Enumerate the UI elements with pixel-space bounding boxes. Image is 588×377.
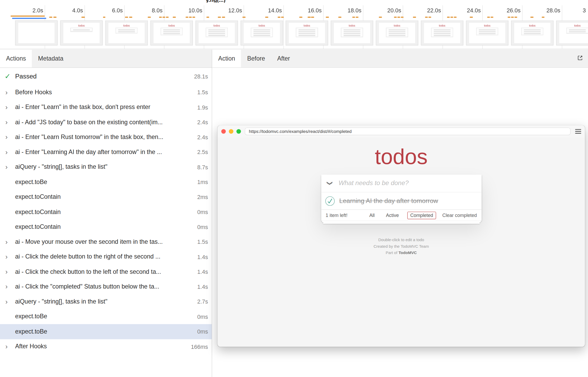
timeline-thumbnail[interactable]: todos (421, 21, 463, 46)
chevron-right-icon[interactable]: › (5, 283, 15, 290)
thumbnail-todos-title: todos (63, 24, 100, 27)
action-label: ai - Enter "Learning AI the day after to… (15, 149, 193, 156)
action-row[interactable]: ›ai - Move your mouse over the second it… (0, 234, 212, 249)
thumbnail-todos-title: todos (153, 24, 190, 27)
chevron-right-icon[interactable]: › (5, 119, 15, 126)
chevron-right-icon[interactable]: › (5, 164, 15, 171)
action-row[interactable]: expect.toContain2ms (0, 190, 212, 205)
timeline-thumbnail[interactable]: todos (150, 21, 193, 46)
todo-app-card: ❯ What needs to be done? Learning AI the… (321, 175, 481, 221)
timeline-thumbnail[interactable]: todos (286, 21, 328, 46)
action-row[interactable]: expect.toBe0ms (0, 309, 212, 324)
timeline-tick-label: 10.0s (180, 7, 202, 13)
thumbnail-text-line (524, 31, 541, 32)
thumbnail-todo-card (341, 28, 363, 37)
chevron-right-icon[interactable]: › (5, 343, 15, 350)
action-row[interactable]: ›Before Hooks1.5s (0, 85, 212, 100)
timeline-filmstrip[interactable]: todostodostodostodostodostodostodostodos… (15, 21, 588, 46)
clear-completed-button[interactable]: Clear completed (442, 213, 477, 218)
todo-completed-checkbox-icon[interactable] (325, 196, 335, 206)
action-row[interactable]: ›ai - Add "JS today" to base on the exis… (0, 115, 212, 130)
action-duration: 2ms (197, 194, 208, 200)
action-row[interactable]: ›aiQuery - "string[], tasks in the list"… (0, 160, 212, 175)
action-row[interactable]: ›ai - Click the "completed" Status butto… (0, 279, 212, 294)
timeline-thumbnail[interactable]: todos (556, 21, 588, 46)
thumbnail-todos-title: todos (469, 24, 505, 27)
action-duration: 0ms (197, 328, 208, 335)
action-row[interactable]: ›aiQuery - "string[], tasks in the list"… (0, 294, 212, 309)
action-row[interactable]: ›ai - Enter "Learning AI the day after t… (0, 145, 212, 160)
action-row[interactable]: ›ai - Click the check button to the left… (0, 264, 212, 279)
filter-active[interactable]: Active (383, 211, 402, 219)
thumbnail-todo-card (70, 28, 92, 31)
timeline-thumbnail[interactable]: todos (60, 21, 103, 46)
timeline-thumbnail[interactable]: todos (241, 21, 283, 46)
todos-heading: todos (217, 143, 585, 170)
action-row[interactable]: ›ai - Enter "Learn Rust tomorrow" in the… (0, 130, 212, 145)
timeline-tick-label: 8.0s (141, 7, 163, 13)
action-label: expect.toContain (15, 224, 193, 230)
maximize-window-icon[interactable] (236, 129, 241, 133)
chevron-right-icon[interactable]: › (5, 104, 15, 111)
action-label: ai - Click the "completed" Status button… (15, 283, 193, 290)
thumbnail-page: todos (424, 22, 461, 44)
tab-metadata[interactable]: Metadata (32, 49, 69, 67)
thumbnail-text-line (389, 33, 405, 34)
action-duration: 2.5s (197, 149, 208, 155)
timeline-tick-label: 2.0s (21, 7, 43, 13)
chevron-right-icon[interactable]: › (5, 298, 15, 305)
tab-action[interactable]: Action (212, 49, 241, 67)
timeline-thumbnail[interactable]: todos (331, 21, 373, 46)
chevron-right-icon[interactable]: › (5, 268, 15, 275)
action-row[interactable]: ›ai - Enter "Learn" in the task box, don… (0, 100, 212, 115)
tab-after[interactable]: After (271, 49, 296, 67)
timeline-action-mark (394, 17, 397, 18)
minimize-window-icon[interactable] (229, 129, 233, 133)
timeline-thumbnail[interactable]: todos (195, 21, 238, 46)
new-todo-input[interactable]: What needs to be done? (339, 180, 409, 187)
test-status-row[interactable]: ✓ Passed 28.1s (0, 68, 212, 85)
thumbnail-text-line (253, 29, 270, 30)
filter-completed[interactable]: Completed (407, 211, 436, 219)
action-row[interactable]: ›After Hooks166ms (0, 339, 212, 354)
timeline-thumbnail[interactable]: todos (511, 21, 553, 46)
action-label: ai - Click the delete button to the righ… (15, 253, 193, 260)
timeline-thumbnail[interactable]: todos (105, 21, 148, 46)
thumbnail-todo-card (251, 28, 273, 37)
timeline-thumbnail[interactable]: todos (466, 21, 508, 46)
action-row[interactable]: expect.toContain0ms (0, 219, 212, 234)
action-row[interactable]: expect.toBe0ms (0, 324, 212, 339)
chevron-right-icon[interactable]: › (5, 239, 15, 245)
timeline[interactable]: y.ng(...) todostodostodostodostodostodos… (0, 0, 588, 49)
toggle-all-chevron-down-icon[interactable]: ❯ (326, 175, 333, 192)
timeline-action-mark (189, 17, 192, 18)
action-row[interactable]: expect.toBe1ms (0, 175, 212, 190)
info-line: Part of TodoMVC (217, 250, 585, 256)
timeline-action-mark (148, 17, 151, 18)
chevron-right-icon[interactable]: › (5, 134, 15, 141)
chevron-right-icon[interactable]: › (5, 253, 15, 260)
new-todo-row[interactable]: ❯ What needs to be done? (321, 175, 481, 192)
todomvc-brand-link[interactable]: TodoMVC (399, 250, 417, 255)
action-row[interactable]: expect.toContain0ms (0, 205, 212, 220)
action-label: ai - Enter "Learn" in the task box, don'… (15, 104, 193, 111)
info-line: Created by the TodoMVC Team (217, 243, 585, 249)
thumbnail-text-line (163, 31, 180, 32)
timeline-tick-label: 12.0s (220, 7, 242, 13)
address-bar[interactable]: https://todomvc.com/examples/react/dist/… (245, 128, 571, 135)
tab-before[interactable]: Before (241, 49, 271, 67)
action-row[interactable]: ›ai - Click the delete button to the rig… (0, 249, 212, 264)
tab-actions[interactable]: Actions (0, 49, 32, 67)
todo-item[interactable]: Learning AI the day after tomorrow (321, 192, 481, 209)
close-window-icon[interactable] (221, 129, 226, 133)
timeline-thumbnail[interactable]: todos (376, 21, 418, 46)
filter-all[interactable]: All (366, 211, 378, 219)
chevron-right-icon[interactable]: › (5, 149, 15, 156)
timeline-thumbnail[interactable] (15, 21, 58, 46)
open-in-new-tab-button[interactable] (577, 49, 584, 67)
timeline-action-mark (425, 17, 428, 18)
timeline-action-mark (281, 17, 284, 18)
chevron-right-icon[interactable]: › (5, 89, 15, 96)
browser-snapshot-window[interactable]: https://todomvc.com/examples/react/dist/… (217, 125, 585, 347)
hamburger-menu-icon[interactable] (575, 129, 581, 133)
